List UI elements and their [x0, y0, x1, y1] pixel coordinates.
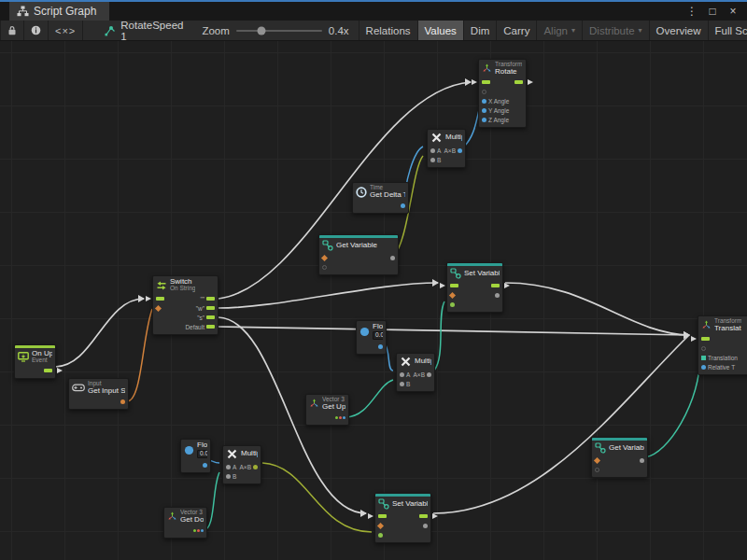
toolbar-button-distribute[interactable]: Distribute▾	[583, 21, 650, 40]
port-flow-out[interactable]	[206, 325, 215, 329]
node-get-delta-time[interactable]: TimeGet Delta Time	[352, 182, 409, 214]
port-dot-blue[interactable]	[401, 203, 405, 208]
node-float-bot[interactable]: Float0.01	[180, 439, 211, 473]
close-icon[interactable]: ×	[725, 5, 741, 18]
port-dim[interactable]	[595, 468, 599, 472]
wire-setvar-mid-to-translate[interactable]	[505, 283, 689, 335]
wire-multiply-mid-to-setvar-mid[interactable]	[434, 301, 444, 371]
port-dot-green[interactable]	[378, 533, 383, 538]
port-flow-out-ext[interactable]	[514, 80, 523, 84]
node-switch-on-string[interactable]: SwitchOn String"""w""s"Default	[152, 275, 218, 335]
port-diamond[interactable]	[594, 456, 600, 463]
port-flow-in-ext[interactable]	[156, 297, 164, 301]
port-dot-blue[interactable]	[203, 463, 207, 468]
port-dot-gray[interactable]	[226, 465, 231, 469]
port-dot-green[interactable]	[450, 302, 455, 307]
node-value-field[interactable]: 0.01	[197, 450, 207, 458]
node-set-variable-mid[interactable]: Set Variable	[446, 262, 503, 313]
port-dot-gray[interactable]	[495, 293, 500, 298]
toolbar-button-dim[interactable]: Dim	[464, 21, 497, 40]
port-diamond[interactable]	[377, 522, 384, 528]
node-get-variable-top[interactable]: Get Variable	[318, 234, 399, 275]
graph-breadcrumb[interactable]: RotateSpeed 1	[83, 21, 192, 40]
node-multiply-mid[interactable]: MultiplyAA×BB	[396, 353, 435, 392]
info-button[interactable]	[24, 21, 49, 40]
toolbar-button-full-screen[interactable]: Full Screen	[709, 21, 747, 40]
port-dot-gray[interactable]	[226, 474, 231, 479]
port-dot-blue[interactable]	[482, 99, 486, 104]
zoom-slider[interactable]	[236, 30, 322, 32]
zoom-slider-handle[interactable]	[258, 26, 266, 35]
wire-getvar-bot-to-translate[interactable]	[645, 356, 700, 457]
toolbar-button-relations[interactable]: Relations	[359, 21, 418, 40]
graph-canvas[interactable]: TransformRotateX AngleY AngleZ AngleMult…	[0, 41, 747, 560]
port-dot-blue[interactable]	[482, 108, 486, 113]
code-button[interactable]: <×>	[49, 21, 83, 40]
port-dim[interactable]	[482, 90, 486, 94]
wire-switch-case2-to-setvar-mid[interactable]	[218, 283, 438, 308]
port-flow-in-ext[interactable]	[450, 284, 458, 287]
port-flow-in-ext[interactable]	[482, 80, 490, 84]
tab-script-graph[interactable]: Script Graph	[9, 2, 109, 21]
wire-switch-default-to-translate[interactable]	[218, 327, 689, 335]
node-translate[interactable]: TransformTranslatTranslationRelative T	[698, 315, 747, 375]
wire-input-to-switch[interactable]	[127, 309, 152, 401]
port-dot-blue[interactable]	[701, 365, 706, 370]
node-get-input-string[interactable]: InputGet Input Strin	[68, 378, 129, 410]
port-dot-gray[interactable]	[427, 372, 431, 377]
kebab-menu-icon[interactable]: ⋮	[684, 5, 700, 18]
node-value-field[interactable]: 0.01	[373, 331, 383, 340]
port-flow-out[interactable]	[206, 297, 215, 301]
port-flow-out-ext[interactable]	[491, 284, 500, 287]
port-dot-blue[interactable]	[378, 344, 383, 349]
toolbar-button-overview[interactable]: Overview	[650, 21, 709, 40]
port-dot-olive[interactable]	[253, 465, 258, 469]
wire-getup-to-multiply-mid[interactable]	[345, 380, 393, 417]
node-rotate[interactable]: TransformRotateX AngleY AngleZ Angle	[478, 59, 527, 128]
wire-setvar-bot-to-translate[interactable]	[433, 335, 689, 513]
node-multiply-top[interactable]: MultiplyAA×BB	[427, 129, 466, 168]
node-multiply-bot[interactable]: MultiplyAA×BB	[222, 445, 261, 484]
port-dot-blue[interactable]	[458, 148, 462, 153]
port-dot-gray[interactable]	[423, 524, 428, 528]
port-flow-out[interactable]	[206, 306, 215, 310]
port-flow-out[interactable]	[206, 315, 215, 319]
node-get-up[interactable]: Vector 3Get Up	[305, 394, 349, 426]
toolbar-button-values[interactable]: Values	[418, 21, 464, 40]
port-flow-out-ext[interactable]	[44, 369, 52, 372]
port-dot-gray[interactable]	[400, 382, 404, 386]
toolbar-button-align[interactable]: Align▾	[537, 21, 583, 40]
port-diamond[interactable]	[155, 305, 162, 312]
port-dot-blue[interactable]	[482, 118, 486, 122]
port-diamond[interactable]	[321, 254, 328, 260]
wire-multiply-top-to-rotate[interactable]	[464, 110, 479, 147]
wire-update-to-switch[interactable]	[55, 299, 144, 367]
port-flow-in-ext[interactable]	[378, 514, 387, 518]
lock-button[interactable]	[0, 21, 24, 40]
port-dot-gray[interactable]	[640, 458, 644, 463]
port-dot-gray[interactable]	[430, 158, 435, 162]
variable-icon	[450, 268, 461, 279]
node-set-variable-bot[interactable]: Set Variable	[374, 493, 431, 543]
port-diamond[interactable]	[449, 291, 456, 298]
wire-multiply-bot-to-setvar-bot[interactable]	[262, 463, 372, 532]
node-float-mid[interactable]: Float0.01	[356, 320, 387, 355]
maximize-icon[interactable]: □	[704, 5, 721, 18]
port-dot-gray[interactable]	[430, 148, 435, 153]
node-get-variable-bot[interactable]: Get Variable	[591, 437, 648, 478]
port-dim[interactable]	[322, 265, 327, 270]
node-on-update[interactable]: On UpdateEvent	[14, 344, 56, 379]
toolbar-button-carry[interactable]: Carry	[497, 21, 537, 40]
port-flow-out-ext[interactable]	[419, 514, 428, 518]
port-dot-orange[interactable]	[120, 399, 125, 404]
port-flow-in-ext[interactable]	[701, 337, 710, 341]
port-vec-out[interactable]	[335, 416, 345, 419]
node-get-down[interactable]: Vector 3Get Down	[163, 507, 207, 539]
port-square-teal[interactable]	[701, 356, 706, 360]
port-dot-gray[interactable]	[400, 372, 404, 377]
node-port-row	[479, 77, 526, 87]
port-dot-gray[interactable]	[390, 256, 395, 260]
port-dim[interactable]	[701, 346, 706, 351]
port-vec-out[interactable]	[193, 529, 204, 532]
event-icon	[18, 352, 29, 362]
